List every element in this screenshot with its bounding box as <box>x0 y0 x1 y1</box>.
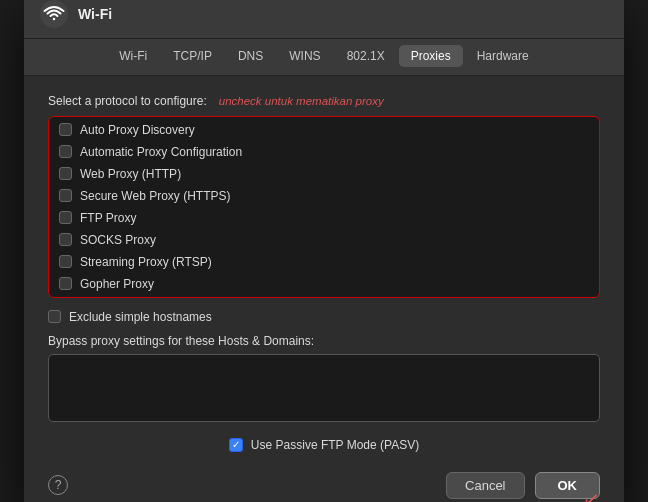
checkbox-passive-ftp[interactable]: ✓ <box>229 438 243 452</box>
select-protocol-row: Select a protocol to configure: uncheck … <box>48 94 600 108</box>
protocol-list-wrapper: Auto Proxy Discovery Automatic Proxy Con… <box>48 116 600 298</box>
network-preferences-window: Wi-Fi Wi-Fi TCP/IP DNS WINS 802.1X Proxi… <box>24 0 624 502</box>
protocol-label-secure-web-proxy: Secure Web Proxy (HTTPS) <box>80 189 230 203</box>
checkbox-auto-proxy-config[interactable] <box>59 145 72 158</box>
button-row: ? Cancel OK ↙ <box>48 468 600 499</box>
protocol-item-streaming-proxy[interactable]: Streaming Proxy (RTSP) <box>49 251 599 273</box>
passive-ftp-row: ✓ Use Passive FTP Mode (PASV) <box>48 438 600 452</box>
tab-dns[interactable]: DNS <box>226 45 275 67</box>
protocol-item-socks-proxy[interactable]: SOCKS Proxy <box>49 229 599 251</box>
protocol-list: Auto Proxy Discovery Automatic Proxy Con… <box>49 117 599 297</box>
protocol-label-auto-proxy-config: Automatic Proxy Configuration <box>80 145 242 159</box>
protocol-label-gopher-proxy: Gopher Proxy <box>80 277 154 291</box>
checkbox-secure-web-proxy[interactable] <box>59 189 72 202</box>
ok-button[interactable]: OK <box>535 472 601 499</box>
tab-bar: Wi-Fi TCP/IP DNS WINS 802.1X Proxies Har… <box>24 39 624 76</box>
protocol-label-streaming-proxy: Streaming Proxy (RTSP) <box>80 255 212 269</box>
bypass-section: Bypass proxy settings for these Hosts & … <box>48 334 600 438</box>
protocol-item-auto-proxy-discovery[interactable]: Auto Proxy Discovery <box>49 117 599 141</box>
protocol-item-web-proxy-http[interactable]: Web Proxy (HTTP) <box>49 163 599 185</box>
annotation-text: uncheck untuk mematikan proxy <box>219 95 384 107</box>
proxies-content: Select a protocol to configure: uncheck … <box>24 76 624 503</box>
tab-8021x[interactable]: 802.1X <box>335 45 397 67</box>
checkbox-ftp-proxy[interactable] <box>59 211 72 224</box>
checkbox-streaming-proxy[interactable] <box>59 255 72 268</box>
bypass-textarea[interactable] <box>48 354 600 422</box>
protocol-label-socks-proxy: SOCKS Proxy <box>80 233 156 247</box>
protocol-label-auto-proxy-discovery: Auto Proxy Discovery <box>80 123 195 137</box>
select-protocol-label: Select a protocol to configure: <box>48 94 207 108</box>
tab-hardware[interactable]: Hardware <box>465 45 541 67</box>
exclude-hostnames-row: Exclude simple hostnames <box>48 310 600 324</box>
help-button[interactable]: ? <box>48 475 68 495</box>
tab-wifi[interactable]: Wi-Fi <box>107 45 159 67</box>
protocol-item-auto-proxy-config[interactable]: Automatic Proxy Configuration <box>49 141 599 163</box>
protocol-item-secure-web-proxy[interactable]: Secure Web Proxy (HTTPS) <box>49 185 599 207</box>
exclude-hostnames-label: Exclude simple hostnames <box>69 310 212 324</box>
tab-wins[interactable]: WINS <box>277 45 332 67</box>
checkbox-auto-proxy-discovery[interactable] <box>59 123 72 136</box>
protocol-item-ftp-proxy[interactable]: FTP Proxy <box>49 207 599 229</box>
window-title: Wi-Fi <box>78 6 112 22</box>
protocol-label-web-proxy-http: Web Proxy (HTTP) <box>80 167 181 181</box>
tab-tcpip[interactable]: TCP/IP <box>161 45 224 67</box>
protocol-label-ftp-proxy: FTP Proxy <box>80 211 136 225</box>
cancel-button[interactable]: Cancel <box>446 472 524 499</box>
checkbox-web-proxy-http[interactable] <box>59 167 72 180</box>
passive-ftp-label: Use Passive FTP Mode (PASV) <box>251 438 419 452</box>
titlebar: Wi-Fi <box>24 0 624 39</box>
protocol-item-gopher-proxy[interactable]: Gopher Proxy <box>49 273 599 297</box>
tab-proxies[interactable]: Proxies <box>399 45 463 67</box>
ok-cancel-group: Cancel OK ↙ <box>446 472 600 499</box>
checkbox-gopher-proxy[interactable] <box>59 277 72 290</box>
checkbox-exclude-hostnames[interactable] <box>48 310 61 323</box>
wifi-icon <box>40 0 68 28</box>
bypass-label: Bypass proxy settings for these Hosts & … <box>48 334 600 348</box>
checkbox-socks-proxy[interactable] <box>59 233 72 246</box>
